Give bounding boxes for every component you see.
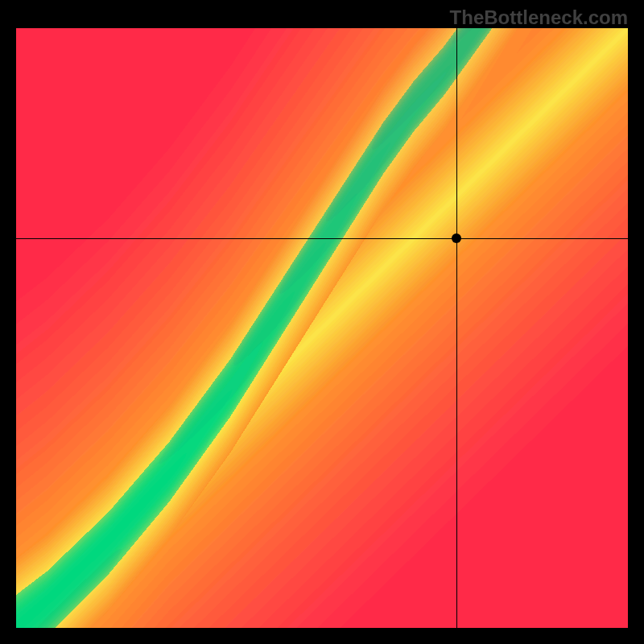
crosshair-horizontal xyxy=(16,238,628,239)
watermark-text: TheBottleneck.com xyxy=(450,6,628,29)
crosshair-vertical xyxy=(456,28,457,628)
marker-point xyxy=(452,233,461,243)
heatmap-plot xyxy=(16,28,628,628)
heatmap-canvas xyxy=(16,28,628,628)
